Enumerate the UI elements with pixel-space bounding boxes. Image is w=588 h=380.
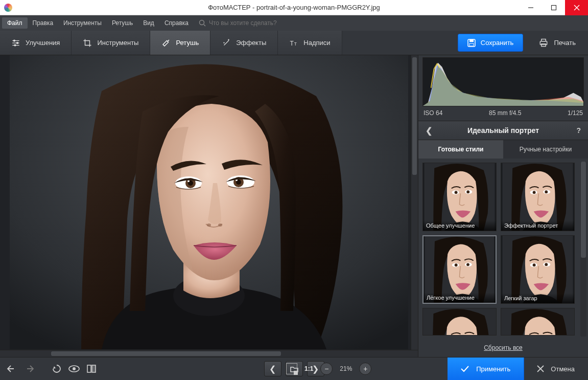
preset-caption: Общее улучшение — [423, 220, 496, 231]
titlebar: ФотоМАСТЕР - portrait-of-a-young-woman-P… — [0, 0, 588, 15]
bottom-bar: ❮ ❯ 1:1 − 21% + Применить Отмена — [0, 357, 588, 380]
tab-enhance[interactable]: Улучшения — [0, 31, 72, 55]
svg-rect-20 — [542, 43, 546, 46]
app-logo-icon — [4, 4, 12, 12]
save-button[interactable]: Сохранить — [458, 34, 524, 52]
canvas-vertical-scrollbar[interactable] — [411, 55, 418, 350]
apply-label: Применить — [476, 365, 510, 373]
svg-point-31 — [207, 223, 211, 227]
preset-item[interactable]: Общее улучшение — [422, 163, 497, 231]
svg-rect-41 — [92, 365, 96, 372]
tab-label: Надписи — [303, 39, 330, 47]
menu-search-input[interactable] — [209, 19, 311, 27]
main-toolbar: Улучшения Инструменты Ретушь Эффекты TT … — [0, 31, 588, 55]
menu-search — [199, 19, 311, 27]
tab-label: Ретушь — [176, 39, 199, 47]
svg-point-26 — [187, 180, 190, 182]
preset-caption: Легкий загар — [501, 293, 574, 303]
svg-rect-19 — [542, 39, 546, 41]
back-icon[interactable]: ❮ — [426, 126, 432, 136]
right-panel: ISO 64 85 mm f/4.5 1/125 ❮ Идеальный пор… — [418, 55, 588, 357]
save-icon — [467, 39, 476, 47]
preview-button[interactable] — [68, 363, 80, 374]
canvas-area[interactable] — [0, 55, 418, 350]
check-icon — [461, 366, 469, 372]
redo-button[interactable] — [23, 363, 35, 374]
print-label: Печать — [554, 39, 576, 47]
canvas-horizontal-scrollbar[interactable] — [0, 350, 418, 357]
undo-button[interactable] — [6, 363, 17, 374]
preset-caption: Эффектный портрет — [501, 220, 574, 231]
histogram[interactable] — [422, 57, 584, 106]
exif-row: ISO 64 85 mm f/4.5 1/125 — [418, 108, 588, 121]
menu-help[interactable]: Справка — [159, 17, 194, 29]
tab-effects[interactable]: Эффекты — [210, 31, 278, 55]
svg-text:T: T — [290, 39, 294, 47]
panel-title: Идеальный портрет — [467, 126, 539, 135]
exif-shutter: 1/125 — [568, 109, 583, 117]
x-icon — [537, 366, 544, 372]
preset-item[interactable]: Легкий загар — [501, 235, 575, 304]
preset-list: Общее улучшение Эффектный портрет Лёгкое… — [418, 159, 588, 340]
svg-point-10 — [17, 42, 18, 43]
menu-view[interactable]: Вид — [138, 17, 159, 29]
print-button[interactable]: Печать — [529, 34, 585, 52]
exif-lens: 85 mm f/4.5 — [489, 109, 521, 117]
crop-icon — [83, 38, 92, 48]
wand-icon — [222, 38, 231, 48]
tab-label: Инструменты — [97, 39, 138, 47]
menu-file[interactable]: Файл — [2, 17, 28, 29]
exif-iso: ISO 64 — [424, 109, 442, 117]
cancel-button[interactable]: Отмена — [524, 357, 588, 380]
preset-item[interactable] — [422, 308, 497, 336]
preset-scrollbar[interactable] — [580, 162, 586, 337]
svg-point-39 — [73, 367, 76, 370]
tab-retouch[interactable]: Ретушь — [150, 31, 210, 55]
window-title: ФотоМАСТЕР - portrait-of-a-young-woman-P… — [208, 4, 380, 11]
compare-button[interactable] — [86, 363, 97, 374]
menubar: Файл Правка Инструменты Ретушь Вид Справ… — [0, 15, 588, 31]
tab-label: Эффекты — [236, 39, 266, 47]
sliders-icon — [11, 38, 20, 48]
zoom-out-button[interactable]: − — [320, 363, 333, 375]
tab-tools[interactable]: Инструменты — [72, 31, 150, 55]
print-icon — [538, 38, 549, 48]
cancel-label: Отмена — [551, 365, 575, 373]
fit-screen-button[interactable] — [286, 363, 297, 374]
zoom-in-button[interactable]: + — [359, 363, 371, 375]
text-icon: TT — [289, 38, 298, 48]
svg-point-4 — [199, 20, 204, 25]
svg-text:T: T — [294, 41, 297, 46]
menu-retouch[interactable]: Ретушь — [107, 17, 138, 29]
maximize-button[interactable] — [542, 0, 565, 15]
tab-label: Улучшения — [26, 39, 60, 47]
subtab-presets[interactable]: Готовые стили — [418, 140, 503, 159]
subtab-manual[interactable]: Ручные настройки — [503, 140, 588, 159]
panel-title-bar: ❮ Идеальный портрет ? — [418, 121, 588, 140]
preset-item[interactable] — [501, 308, 575, 336]
menu-tools[interactable]: Инструменты — [58, 17, 107, 29]
svg-rect-40 — [87, 365, 91, 372]
svg-rect-17 — [469, 43, 474, 46]
minimize-button[interactable] — [519, 0, 542, 15]
preset-item[interactable]: Лёгкое улучшение — [422, 235, 497, 304]
svg-line-12 — [224, 40, 229, 45]
menu-edit[interactable]: Правка — [28, 17, 59, 29]
portrait-image — [10, 55, 408, 349]
svg-rect-1 — [551, 6, 556, 10]
revert-button[interactable] — [51, 363, 62, 374]
svg-point-32 — [218, 223, 222, 227]
zoom-1-1-button[interactable]: 1:1 — [304, 365, 313, 372]
zoom-value: 21% — [340, 365, 352, 372]
help-icon[interactable]: ? — [576, 126, 581, 135]
close-button[interactable] — [565, 0, 588, 15]
brush-icon — [161, 38, 171, 48]
apply-button[interactable]: Применить — [448, 357, 524, 380]
reset-all-link[interactable]: Сбросить все — [484, 344, 523, 351]
svg-point-9 — [14, 40, 15, 41]
preset-item[interactable]: Эффектный портрет — [501, 163, 575, 231]
preset-caption: Лёгкое улучшение — [424, 293, 496, 303]
tab-text[interactable]: TT Надписи — [278, 31, 342, 55]
save-label: Сохранить — [481, 39, 514, 47]
prev-image-button[interactable]: ❮ — [264, 361, 281, 376]
